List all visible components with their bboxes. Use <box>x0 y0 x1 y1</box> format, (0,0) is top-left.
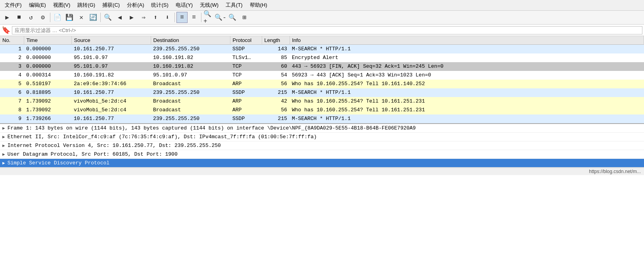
reload-button[interactable]: 🔄 <box>88 12 99 23</box>
zoom-reset-button[interactable]: 🔍 <box>227 12 238 23</box>
cell-proto: TCP <box>230 71 262 80</box>
detail-row[interactable]: ▶Simple Service Discovery Protocol <box>0 159 644 168</box>
table-row[interactable]: 8 1.739092 vivoMobi_5e:2d:c4 Broadcast A… <box>0 106 644 114</box>
cell-time: 0.818895 <box>24 88 71 97</box>
cell-len: 42 <box>262 97 289 106</box>
cell-time: 0.000000 <box>24 53 71 62</box>
detail-row[interactable]: ▶User Datagram Protocol, Src Port: 60185… <box>0 150 644 159</box>
cell-dest: Broadcast <box>151 80 230 88</box>
menu-help[interactable]: 帮助(H) <box>247 1 270 10</box>
menu-go[interactable]: 跳转(G) <box>74 1 98 10</box>
cell-len: 143 <box>262 45 289 53</box>
cell-source: vivoMobi_5e:2d:c4 <box>71 106 151 114</box>
last-packet-button[interactable]: ⬇ <box>162 12 173 23</box>
cell-info: Who has 10.160.255.254? Tell 10.161.251.… <box>289 97 644 106</box>
filter-bookmark-icon[interactable]: 🔖 <box>2 26 10 34</box>
detail-row[interactable]: ▶Internet Protocol Version 4, Src: 10.16… <box>0 141 644 150</box>
cell-info: Who has 10.160.255.254? Tell 10.161.140.… <box>289 80 644 88</box>
cell-len: 56 <box>262 106 289 114</box>
cell-time: 0.000000 <box>24 45 71 53</box>
cell-source: 10.161.250.77 <box>71 88 151 97</box>
menu-tools[interactable]: 工具(T) <box>222 1 246 10</box>
first-packet-button[interactable]: ⬆ <box>150 12 161 23</box>
expand-arrow-icon: ▶ <box>2 134 5 139</box>
cell-info: M-SEARCH * HTTP/1.1 <box>289 114 644 123</box>
cell-dest: 239.255.255.250 <box>151 88 230 97</box>
cell-proto: SSDP <box>230 114 262 123</box>
table-row[interactable]: 2 0.000000 95.101.0.97 10.160.191.82 TLS… <box>0 53 644 62</box>
open-file-button[interactable]: 📄 <box>52 12 63 23</box>
cell-len: 56 <box>262 80 289 88</box>
go-to-packet-button[interactable]: ⇒ <box>138 12 149 23</box>
save-file-button[interactable]: 💾 <box>64 12 75 23</box>
menu-analyze[interactable]: 分析(A) <box>124 1 147 10</box>
detail-row[interactable]: ▶Frame 1: 143 bytes on wire (1144 bits),… <box>0 124 644 133</box>
table-row[interactable]: 4 0.000314 10.160.191.82 95.101.0.97 TCP… <box>0 71 644 80</box>
table-row[interactable]: 3 0.000000 95.101.0.97 10.160.191.82 TCP… <box>0 62 644 71</box>
cell-info: M-SEARCH * HTTP/1.1 <box>289 45 644 53</box>
table-row[interactable]: 9 1.739266 10.161.250.77 239.255.255.250… <box>0 114 644 123</box>
cell-proto: TCP <box>230 62 262 71</box>
table-row[interactable]: 1 0.000000 10.161.250.77 239.255.255.250… <box>0 45 644 53</box>
cell-proto: SSDP <box>230 45 262 53</box>
packet-table: No. Time Source Destination Protocol Len… <box>0 36 644 123</box>
menu-phone[interactable]: 电话(Y) <box>172 1 196 10</box>
cell-info: Who has 10.160.255.254? Tell 10.161.251.… <box>289 106 644 114</box>
menu-edit[interactable]: 编辑(E) <box>26 1 49 10</box>
cell-proto: ARP <box>230 80 262 88</box>
col-header-len: Length <box>262 36 289 45</box>
table-row[interactable]: 7 1.739092 vivoMobi_5e:2d:c4 Broadcast A… <box>0 97 644 106</box>
table-row[interactable]: 6 0.818895 10.161.250.77 239.255.255.250… <box>0 88 644 97</box>
table-row[interactable]: 5 0.510197 2a:e9:6e:39:74:66 Broadcast A… <box>0 80 644 88</box>
start-capture-button[interactable]: ▶ <box>2 12 13 23</box>
cell-source: 95.101.0.97 <box>71 62 151 71</box>
detail-panel: ▶Frame 1: 143 bytes on wire (1144 bits),… <box>0 123 644 168</box>
menu-capture[interactable]: 捕获(C) <box>99 1 123 10</box>
zoom-in-button[interactable]: 🔍+ <box>203 12 214 23</box>
cell-info: 443 → 56923 [FIN, ACK] Seq=32 Ack=1 Win=… <box>289 62 644 71</box>
forward-button[interactable]: ▶ <box>126 12 137 23</box>
cell-source: 10.161.250.77 <box>71 114 151 123</box>
colorize-button[interactable]: ≡ <box>176 12 188 23</box>
cell-info: 56923 → 443 [ACK] Seq=1 Ack=33 Win=1023 … <box>289 71 644 80</box>
cell-dest: 95.101.0.97 <box>151 71 230 80</box>
cell-time: 1.739092 <box>24 97 71 106</box>
cell-dest: 10.160.191.82 <box>151 62 230 71</box>
menu-bar: 文件(F) 编辑(E) 视图(V) 跳转(G) 捕获(C) 分析(A) 统计(S… <box>0 0 644 11</box>
detail-text: Simple Service Discovery Protocol <box>8 160 109 166</box>
detail-text: Frame 1: 143 bytes on wire (1144 bits), … <box>8 125 416 131</box>
col-header-time: Time <box>24 36 71 45</box>
autoscroll-button[interactable]: ≡ <box>188 12 199 23</box>
cell-dest: Broadcast <box>151 97 230 106</box>
cell-no: 2 <box>0 53 24 62</box>
menu-view[interactable]: 视图(V) <box>50 1 73 10</box>
menu-file[interactable]: 文件(F) <box>2 1 25 10</box>
separator-4 <box>201 13 201 22</box>
col-header-proto: Protocol <box>230 36 262 45</box>
resize-columns-button[interactable]: ⊞ <box>239 12 250 23</box>
menu-wireless[interactable]: 无线(W) <box>197 1 222 10</box>
close-file-button[interactable]: ✕ <box>76 12 87 23</box>
cell-info: M-SEARCH * HTTP/1.1 <box>289 88 644 97</box>
filter-input[interactable] <box>12 26 642 34</box>
capture-options-button[interactable]: ⚙ <box>37 12 48 23</box>
cell-proto: TLSv1… <box>230 53 262 62</box>
zoom-out-button[interactable]: 🔍- <box>215 12 226 23</box>
separator-1 <box>50 13 50 22</box>
expand-arrow-icon: ▶ <box>2 143 5 148</box>
separator-2 <box>100 13 101 22</box>
detail-row[interactable]: ▶Ethernet II, Src: IntelCor_f4:c9:af (7c… <box>0 133 644 141</box>
cell-time: 0.000314 <box>24 71 71 80</box>
restart-capture-button[interactable]: ↺ <box>25 12 36 23</box>
back-button[interactable]: ◀ <box>114 12 125 23</box>
expand-arrow-icon: ▶ <box>2 152 5 157</box>
status-bar: https://blog.csdn.net/m... <box>0 168 644 175</box>
table-header-row: No. Time Source Destination Protocol Len… <box>0 36 644 45</box>
stop-capture-button[interactable]: ■ <box>13 12 25 23</box>
toolbar: ▶ ■ ↺ ⚙ 📄 💾 ✕ 🔄 🔍 ◀ ▶ ⇒ ⬆ ⬇ ≡ ≡ 🔍+ 🔍- 🔍 … <box>0 11 644 25</box>
find-button[interactable]: 🔍 <box>102 12 113 23</box>
detail-text: Ethernet II, Src: IntelCor_f4:c9:af (7c:… <box>8 134 317 140</box>
cell-time: 0.510197 <box>24 80 71 88</box>
menu-stats[interactable]: 统计(S) <box>148 1 171 10</box>
cell-dest: 10.160.191.82 <box>151 53 230 62</box>
